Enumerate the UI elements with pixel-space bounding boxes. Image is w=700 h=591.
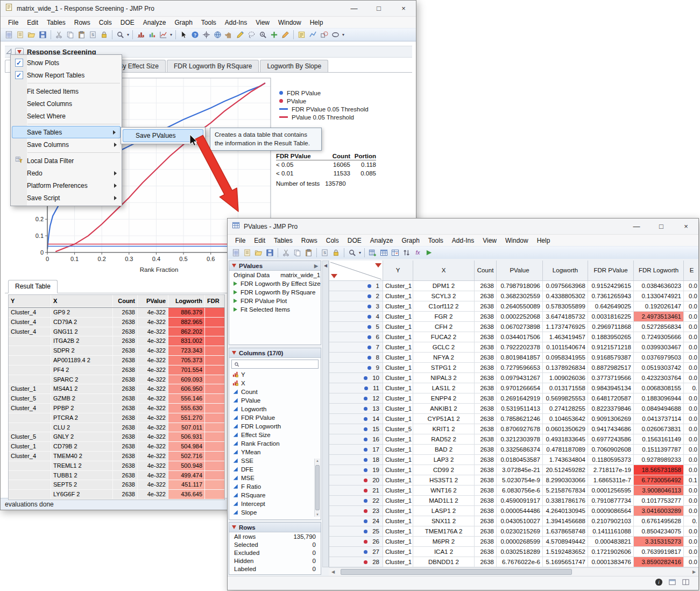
result-cell[interactable]: [205, 356, 225, 365]
result-cell[interactable]: SPARC 2: [51, 375, 113, 385]
grid-cell[interactable]: 8.2990303066: [543, 475, 588, 486]
grid-cell[interactable]: 0.3773719566: [588, 373, 634, 383]
result-cell[interactable]: 4e-322: [138, 346, 168, 356]
result-cell[interactable]: 2638: [113, 404, 138, 413]
grid-cell[interactable]: 1.1737476925: [543, 322, 588, 332]
result-cell[interactable]: [205, 394, 225, 404]
result-cell[interactable]: CLU 2: [51, 423, 113, 433]
grid-cell[interactable]: 2.718117e-19: [588, 465, 634, 475]
legend-item-pvalue[interactable]: PValue: [279, 97, 369, 105]
grid-cell[interactable]: 0.013171558: [543, 383, 588, 393]
grid-cell[interactable]: 0.0: [684, 342, 698, 353]
grid-cell[interactable]: 0.0260673831: [634, 424, 684, 434]
panel-splitter[interactable]: ◀: [322, 261, 329, 567]
main-menu-view[interactable]: View: [251, 18, 274, 27]
grid-cell[interactable]: GCLC 2: [413, 342, 475, 353]
grid-cell[interactable]: 0.0: [684, 373, 698, 383]
grid-cell[interactable]: 0.8223379846: [588, 404, 634, 414]
grid-cell[interactable]: 0.0849494688: [634, 404, 684, 414]
grid-cell[interactable]: 0.4781187089: [543, 445, 588, 455]
result-cell[interactable]: ITGA2B 2: [51, 336, 113, 346]
grid-cell[interactable]: 2638: [475, 547, 497, 557]
pv-menu-tables[interactable]: Tables: [270, 236, 297, 245]
result-cell[interactable]: 2638: [113, 471, 138, 481]
row-header-25[interactable]: 25: [329, 526, 383, 537]
legend-item-fdr-pvalue-0-05-threshold[interactable]: FDR PValue 0.05 Threshold: [279, 105, 369, 113]
grid-cell[interactable]: 2638: [475, 537, 497, 547]
result-cell[interactable]: [9, 336, 51, 346]
result-row-gzmb-2[interactable]: Cluster_5GZMB 226384e-322556.146: [9, 394, 224, 404]
result-cell[interactable]: LY6G6F 2: [51, 490, 113, 499]
column-item-rank-fraction[interactable]: Rank Fraction: [229, 439, 321, 448]
result-cell[interactable]: 2638: [113, 432, 138, 442]
grid-cell[interactable]: 0.0: [684, 434, 698, 445]
result-cell[interactable]: [205, 461, 225, 471]
column-item-rsquare[interactable]: RSquare: [229, 491, 321, 499]
grid-cell[interactable]: 0.2691642919: [497, 393, 543, 404]
grid-cell[interactable]: 2638: [475, 516, 497, 526]
grid-cell[interactable]: 0.192026147: [634, 301, 684, 312]
grid-cell[interactable]: 0.0519303742: [634, 363, 684, 373]
result-cell[interactable]: CD79B 2: [51, 442, 113, 452]
grid-cell[interactable]: 0.9091306269: [588, 414, 634, 424]
grid-cell[interactable]: 0.3212303978: [497, 434, 543, 445]
result-cell[interactable]: 4e-322: [138, 375, 168, 385]
result-cell[interactable]: PTCRA 2: [51, 413, 113, 423]
pv-titlebar[interactable]: PValues - JMP Pro — □ ×: [228, 219, 698, 235]
graph-builder-icon[interactable]: [158, 30, 169, 40]
grid-cell[interactable]: 0.3325686374: [497, 445, 543, 455]
grid-cell[interactable]: 3.8590282416: [634, 557, 684, 567]
menu-item-save-tables[interactable]: Save Tables: [12, 126, 121, 138]
new-table-icon[interactable]: [230, 248, 242, 258]
grid-cell[interactable]: Cluster_1: [383, 537, 413, 547]
result-cell[interactable]: 506.931: [168, 432, 205, 442]
menu-item-select-where[interactable]: Select Where: [11, 110, 122, 122]
main-menu-file[interactable]: File: [4, 18, 23, 27]
plus-icon[interactable]: [268, 30, 280, 40]
row-header-27[interactable]: 27: [329, 547, 383, 557]
result-row-ptcra-2[interactable]: PTCRA 226384e-322551.270: [9, 413, 224, 423]
result-col-fdr[interactable]: FDR: [205, 295, 225, 307]
grid-cell[interactable]: 0.5783055899: [543, 301, 588, 312]
scroll-right-icon[interactable]: ▶: [690, 568, 698, 576]
result-cell[interactable]: GP9 2: [51, 308, 113, 318]
grid-cell[interactable]: 3.6474185732: [543, 312, 588, 322]
note-icon[interactable]: [296, 30, 307, 40]
result-row-pf4-2[interactable]: PF4 226384e-322701.554: [9, 365, 224, 375]
pv-menu-file[interactable]: File: [231, 236, 250, 245]
grid-cell[interactable]: 0.4338805302: [543, 291, 588, 301]
grid-cell[interactable]: 0.0: [684, 547, 698, 557]
result-cell[interactable]: 502.716: [168, 452, 205, 461]
grid-cell[interactable]: C1orf112 2: [413, 301, 475, 312]
result-cell[interactable]: 551.270: [168, 413, 205, 423]
grid-col-header-fdr-pvalue[interactable]: FDR PValue: [588, 261, 634, 281]
main-menu-graph[interactable]: Graph: [170, 18, 196, 27]
result-cell[interactable]: Cluster_1: [9, 384, 51, 394]
row-header-8[interactable]: 8: [329, 353, 383, 363]
horizontal-scrollbar[interactable]: ◀ ▶: [329, 567, 698, 576]
result-cell[interactable]: 556.146: [168, 394, 205, 404]
row-header-3[interactable]: 3: [329, 301, 383, 312]
grid-cell[interactable]: 2638: [475, 414, 497, 424]
grid-cell[interactable]: 0.0413737114: [634, 414, 684, 424]
checkbox-checked-icon[interactable]: ✓: [15, 59, 23, 67]
column-item-pvalue[interactable]: PValue: [229, 396, 321, 405]
pv-menu-analyze[interactable]: Analyze: [366, 236, 398, 245]
row-header-6[interactable]: 6: [329, 332, 383, 342]
result-cell[interactable]: 2638: [113, 442, 138, 452]
grid-cell[interactable]: 0.5272856834: [634, 322, 684, 332]
grid-cell[interactable]: DPM1 2: [413, 281, 475, 291]
result-cell[interactable]: [205, 413, 225, 423]
red-triangle-icon[interactable]: [232, 351, 236, 355]
grid-cell[interactable]: 0.0: [684, 332, 698, 342]
maximize-button[interactable]: □: [366, 1, 391, 16]
grid-cell[interactable]: 0.4590091917: [497, 496, 543, 506]
grid-cell[interactable]: 0.0: [684, 506, 698, 516]
grid-cell[interactable]: 2638: [475, 465, 497, 475]
grid-cell[interactable]: 0.0: [684, 281, 698, 291]
result-cell[interactable]: 4e-322: [138, 384, 168, 394]
pv-menu-view[interactable]: View: [478, 236, 501, 245]
copy-icon[interactable]: [292, 248, 303, 258]
result-cell[interactable]: 862.202: [168, 327, 205, 337]
paste-icon[interactable]: [303, 248, 314, 258]
